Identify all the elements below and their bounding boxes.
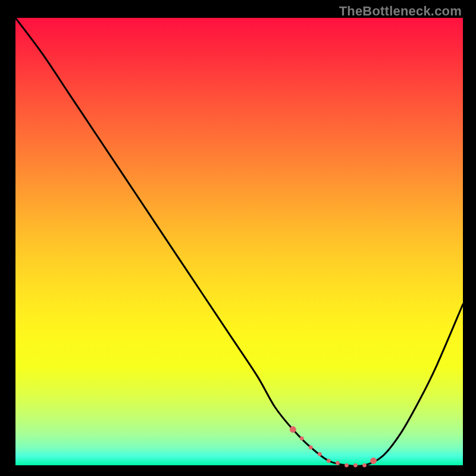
watermark-text: TheBottleneck.com bbox=[339, 4, 462, 19]
chart-svg bbox=[15, 18, 463, 465]
highlight-dot bbox=[318, 452, 321, 456]
highlight-dot bbox=[363, 464, 367, 467]
highlight-dot bbox=[354, 464, 358, 467]
highlight-dot bbox=[290, 427, 296, 433]
bottleneck-curve bbox=[15, 18, 463, 466]
highlight-dot bbox=[336, 461, 339, 465]
highlight-markers bbox=[290, 427, 376, 467]
chart-frame: TheBottleneck.com bbox=[0, 0, 476, 476]
highlight-dot bbox=[309, 446, 312, 449]
highlight-dot bbox=[345, 464, 348, 467]
highlight-dot bbox=[300, 437, 303, 440]
highlight-dot bbox=[327, 459, 330, 462]
highlight-dot bbox=[371, 458, 377, 464]
